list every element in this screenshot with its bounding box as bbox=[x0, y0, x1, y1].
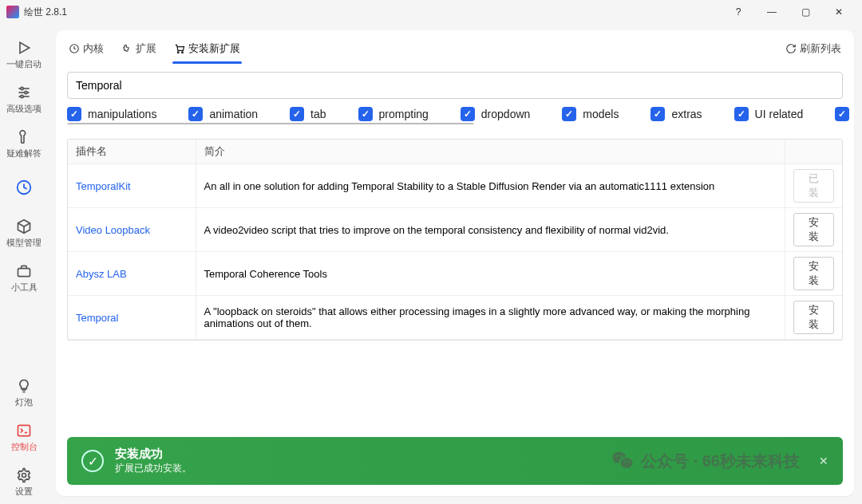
main-panel: 内核 扩展 安装新扩展 刷新列表 ✓manipulat bbox=[48, 24, 862, 504]
svg-marker-0 bbox=[20, 42, 30, 53]
filter-label: manipulations bbox=[88, 108, 156, 120]
checkbox-icon: ✓ bbox=[358, 107, 373, 121]
sidebar-item-settings[interactable]: 设置 bbox=[0, 459, 48, 504]
svg-point-5 bbox=[25, 91, 27, 93]
filter-row: ✓manipulations✓animation✓tab✓prompting✓d… bbox=[56, 107, 854, 124]
install-button: 已装 bbox=[793, 169, 835, 203]
filter-dropdown[interactable]: ✓dropdown bbox=[461, 107, 531, 121]
sidebar-label: 一键启动 bbox=[6, 58, 42, 70]
sidebar-item-advanced[interactable]: 高级选项 bbox=[0, 77, 48, 121]
sidebar-item-tools[interactable]: 小工具 bbox=[0, 255, 48, 300]
filter-manipulations[interactable]: ✓manipulations bbox=[67, 107, 156, 121]
wrench-icon bbox=[15, 128, 33, 146]
col-name: 插件名 bbox=[68, 140, 196, 164]
filter-s[interactable]: ✓s bbox=[835, 107, 854, 121]
plugin-desc: An all in one solution for adding Tempor… bbox=[196, 164, 785, 208]
sidebar-item-history[interactable] bbox=[0, 166, 48, 211]
svg-point-11 bbox=[22, 473, 26, 477]
svg-rect-9 bbox=[18, 425, 30, 435]
sidebar-item-launch[interactable]: 一键启动 bbox=[0, 32, 48, 77]
sidebar-label: 模型管理 bbox=[6, 237, 42, 249]
install-button[interactable]: 安装 bbox=[793, 257, 835, 290]
top-tabs: 内核 扩展 安装新扩展 刷新列表 bbox=[56, 30, 854, 61]
filter-label: models bbox=[583, 108, 619, 120]
plugin-name-link[interactable]: Video Loopback bbox=[76, 224, 150, 236]
watermark: 公众号 · 66秒未来科技 bbox=[611, 449, 800, 473]
svg-rect-8 bbox=[18, 268, 30, 276]
toolbox-icon bbox=[15, 262, 33, 280]
toast-close-button[interactable]: ✕ bbox=[819, 455, 828, 467]
tab-label: 内核 bbox=[83, 41, 104, 56]
toast-title: 安装成功 bbox=[115, 447, 192, 462]
filter-tab[interactable]: ✓tab bbox=[290, 107, 326, 121]
sidebar-item-console[interactable]: 控制台 bbox=[0, 415, 48, 459]
cube-icon bbox=[15, 218, 33, 235]
sidebar-label: 高级选项 bbox=[6, 103, 42, 115]
sidebar-item-bulb[interactable]: 灯泡 bbox=[0, 370, 48, 415]
tab-kernel[interactable]: 内核 bbox=[67, 37, 105, 61]
filter-label: animation bbox=[209, 108, 258, 120]
extensions-table: 插件名 简介 TemporalKitAn all in one solution… bbox=[67, 139, 843, 341]
table-row: TemporalKitAn all in one solution for ad… bbox=[68, 164, 842, 208]
sidebar-label: 设置 bbox=[15, 486, 33, 498]
filter-label: tab bbox=[310, 108, 326, 120]
app-title: 绘世 2.8.1 bbox=[24, 6, 67, 19]
tab-label: 扩展 bbox=[136, 41, 156, 56]
plugin-name-link[interactable]: Temporal bbox=[76, 312, 118, 324]
check-circle-icon: ✓ bbox=[81, 450, 104, 472]
sidebar-item-troubleshoot[interactable]: 疑难解答 bbox=[0, 121, 48, 166]
svg-point-14 bbox=[182, 52, 184, 53]
gear-icon bbox=[15, 467, 33, 484]
install-button[interactable]: 安装 bbox=[793, 301, 835, 334]
search-wrap bbox=[67, 72, 843, 99]
plugin-name-link[interactable]: Abysz LAB bbox=[76, 268, 127, 280]
filter-prompting[interactable]: ✓prompting bbox=[358, 107, 429, 121]
checkbox-icon: ✓ bbox=[461, 107, 475, 121]
puzzle-icon bbox=[121, 43, 132, 54]
play-icon bbox=[15, 39, 33, 57]
tab-extensions[interactable]: 扩展 bbox=[120, 37, 158, 61]
filter-label: UI related bbox=[755, 108, 804, 120]
history-icon bbox=[69, 43, 80, 54]
svg-point-6 bbox=[21, 95, 23, 97]
filter-animation[interactable]: ✓animation bbox=[188, 107, 258, 121]
close-button[interactable]: ✕ bbox=[822, 0, 856, 24]
filter-models[interactable]: ✓models bbox=[562, 107, 619, 121]
sidebar: 一键启动 高级选项 疑难解答 模型管理 小工具 灯泡 控制台 bbox=[0, 24, 48, 504]
checkbox-icon: ✓ bbox=[734, 107, 749, 121]
refresh-icon bbox=[785, 43, 797, 54]
help-button[interactable]: ? bbox=[722, 0, 755, 24]
checkbox-icon: ✓ bbox=[835, 107, 849, 121]
app-icon bbox=[6, 6, 19, 18]
col-action bbox=[785, 140, 842, 164]
search-input[interactable] bbox=[67, 72, 843, 99]
maximize-button[interactable]: ▢ bbox=[789, 0, 822, 24]
filter-label: dropdown bbox=[481, 108, 531, 120]
col-desc: 简介 bbox=[196, 140, 785, 164]
toast-subtitle: 扩展已成功安装。 bbox=[115, 462, 192, 475]
filter-label: extras bbox=[671, 108, 702, 120]
minimize-button[interactable]: — bbox=[755, 0, 789, 24]
sliders-icon bbox=[15, 84, 33, 101]
plugin-desc: A video2video script that tries to impro… bbox=[196, 208, 785, 252]
sidebar-item-models[interactable]: 模型管理 bbox=[0, 211, 48, 255]
history-icon bbox=[15, 179, 33, 196]
svg-point-4 bbox=[21, 87, 23, 89]
sidebar-label: 小工具 bbox=[11, 282, 38, 293]
plugin-desc: A "loopback on steroids" that allows eit… bbox=[196, 296, 785, 340]
filter-UI related[interactable]: ✓UI related bbox=[734, 107, 804, 121]
table-row: Abysz LABTemporal Coherence Tools安装 bbox=[68, 252, 842, 296]
install-button[interactable]: 安装 bbox=[793, 213, 835, 246]
tab-install-new[interactable]: 安装新扩展 bbox=[172, 37, 242, 61]
terminal-icon bbox=[15, 422, 33, 439]
refresh-button[interactable]: 刷新列表 bbox=[784, 37, 843, 61]
wechat-icon bbox=[611, 449, 635, 473]
filter-extras[interactable]: ✓extras bbox=[650, 107, 702, 121]
checkbox-icon: ✓ bbox=[188, 107, 203, 121]
filter-label: prompting bbox=[379, 108, 429, 120]
success-toast: ✓ 安装成功 扩展已成功安装。 公众号 · 66秒未来科技 ✕ bbox=[67, 437, 843, 485]
titlebar: 绘世 2.8.1 ? — ▢ ✕ bbox=[0, 0, 862, 24]
watermark-text: 公众号 · 66秒未来科技 bbox=[641, 451, 800, 472]
plugin-desc: Temporal Coherence Tools bbox=[196, 252, 785, 296]
plugin-name-link[interactable]: TemporalKit bbox=[76, 180, 131, 192]
